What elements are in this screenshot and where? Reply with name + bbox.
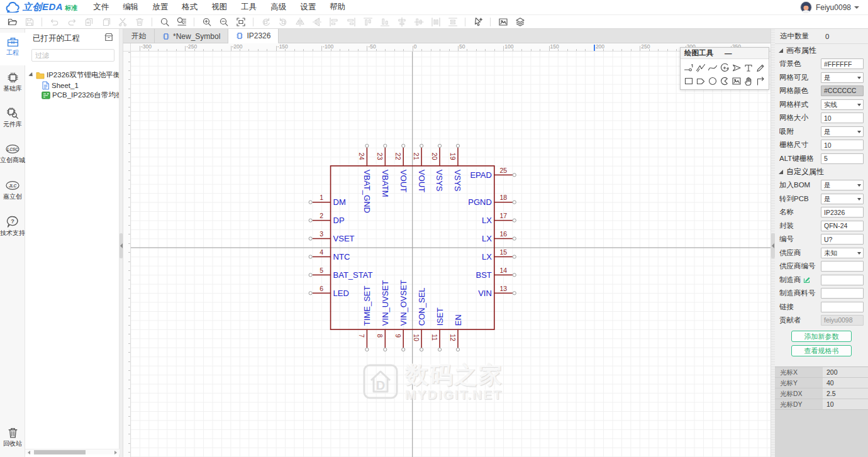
drawing-tools-titlebar[interactable]: 绘图工具 —	[681, 48, 769, 59]
grid-pitch-input[interactable]	[821, 140, 864, 150]
layers-icon[interactable]	[514, 16, 526, 28]
project-panel-hscrollbar[interactable]	[25, 449, 120, 454]
sidebar-item-recycle-bin[interactable]: 回收站	[0, 424, 25, 456]
sidebar-item-parts-lib[interactable]: 元件库	[0, 104, 25, 137]
pin-10[interactable]: 10CON_SEL	[413, 287, 426, 351]
cursor-wand-icon[interactable]	[472, 16, 484, 28]
sidebar-item-project[interactable]: 工程	[0, 33, 25, 65]
bg-color-input[interactable]	[821, 58, 864, 69]
ellipse-tool-icon[interactable]	[706, 74, 718, 87]
pin-12[interactable]: 12EN	[449, 314, 463, 351]
pin-8[interactable]: 8VIN_UVSET	[376, 280, 390, 351]
minimize-icon[interactable]: —	[725, 50, 765, 57]
pin-6[interactable]: 6LED	[309, 285, 349, 298]
zoom-out-icon[interactable]	[218, 16, 230, 28]
scrollbar-thumb[interactable]	[34, 450, 86, 454]
pin-4[interactable]: 4NTC	[309, 248, 350, 262]
menu-item-7[interactable]: 设置	[293, 0, 323, 14]
filter-input[interactable]	[31, 49, 114, 62]
pin-18[interactable]: 18PGND	[468, 194, 516, 207]
menu-item-4[interactable]: 视图	[204, 0, 234, 14]
leader-tool-icon[interactable]	[754, 74, 766, 87]
edit-green-icon[interactable]	[803, 277, 810, 284]
supplier-select[interactable]: 未知	[821, 248, 864, 258]
left-splitter-handle[interactable]	[120, 233, 123, 258]
pin-23[interactable]: 23VBATM	[376, 144, 389, 197]
snap-select[interactable]: 是	[821, 126, 864, 137]
scroll-left-icon[interactable]	[28, 451, 30, 454]
pin-9[interactable]: 9VIN_OVSET	[394, 280, 408, 351]
rect-tool-icon[interactable]	[682, 74, 694, 87]
arc-tool-icon[interactable]	[718, 61, 730, 74]
link-input[interactable]	[821, 302, 864, 312]
user-menu[interactable]: Feiyu0098	[800, 1, 868, 13]
zoom-in-icon[interactable]	[201, 16, 213, 28]
tree-expand-icon[interactable]	[28, 72, 34, 78]
section-expanded-icon[interactable]	[779, 48, 783, 53]
grid-size-input[interactable]	[821, 113, 864, 123]
to-pcb-select[interactable]: 是	[821, 194, 864, 204]
add-param-button[interactable]: 添加新参数	[791, 331, 852, 342]
pin-21[interactable]: 21VOUT	[413, 144, 426, 192]
manufacturer-input[interactable]	[821, 275, 864, 285]
view-datasheet-button[interactable]: 查看规格书	[791, 345, 852, 356]
search-icon[interactable]	[159, 16, 171, 28]
pin-7[interactable]: 7TIME_SET	[358, 286, 372, 351]
pin-24[interactable]: 24VBAT_GND	[358, 144, 371, 213]
pencil-tool-icon[interactable]	[754, 61, 766, 74]
ip2326-symbol[interactable]: 1DM2DP3VSET4NTC5BAT_STAT6LED25EPAD18PGND…	[131, 52, 771, 457]
package-input[interactable]	[821, 221, 864, 231]
schematic-canvas[interactable]: 1DM2DP3VSET4NTC5BAT_STAT6LED25EPAD18PGND…	[131, 52, 771, 457]
pin-16[interactable]: 16LX	[482, 230, 516, 243]
pin-1[interactable]: 1DM	[309, 194, 346, 207]
pin-25[interactable]: 25EPAD	[470, 167, 516, 180]
wire-tool-icon[interactable]	[694, 61, 706, 74]
add-bom-select[interactable]: 是	[821, 180, 864, 190]
grid-color-swatch[interactable]: #CCCCCC	[821, 85, 864, 96]
right-splitter[interactable]	[771, 29, 775, 457]
zoom-fit-icon[interactable]	[235, 16, 247, 28]
supplier-part-input[interactable]	[821, 261, 864, 272]
menu-item-8[interactable]: 帮助	[323, 0, 352, 14]
pin-19[interactable]: 19VSYS	[449, 144, 462, 192]
tab-start[interactable]: 开始	[123, 29, 155, 43]
export-image-icon[interactable]	[497, 16, 509, 28]
pin-13[interactable]: 13VIN	[478, 285, 516, 298]
pie-arc-tool-icon[interactable]	[718, 74, 730, 87]
manufacturer-part-input[interactable]	[821, 288, 864, 299]
menu-item-1[interactable]: 编辑	[116, 0, 145, 14]
tree-item-sheet[interactable]: Sheet_1	[25, 80, 119, 90]
drag-hand-tool-icon[interactable]	[742, 74, 754, 87]
section-header-0[interactable]: 画布属性	[775, 44, 868, 57]
pin-15[interactable]: 15LX	[482, 248, 516, 262]
tab-new-symbol[interactable]: *New_Symbol	[155, 29, 228, 43]
grid-visible-select[interactable]: 是	[821, 72, 864, 83]
menu-item-2[interactable]: 放置	[145, 0, 175, 14]
open-project-box-icon[interactable]	[104, 32, 114, 45]
pin-3[interactable]: 3VSET	[309, 230, 355, 243]
sidebar-item-support[interactable]: ?技术支持	[0, 213, 25, 246]
section-expanded-icon[interactable]	[779, 170, 783, 174]
menu-item-6[interactable]: 高级	[264, 0, 293, 14]
pin-tool-icon[interactable]	[682, 61, 694, 74]
pin-14[interactable]: 14BST	[476, 267, 516, 280]
scroll-right-icon[interactable]	[114, 451, 117, 454]
section-header-1[interactable]: 自定义属性	[775, 165, 868, 179]
grid-style-select[interactable]: 实线	[821, 99, 864, 110]
bezier-tool-icon[interactable]	[706, 61, 718, 74]
arrow-tool-icon[interactable]	[730, 61, 742, 74]
designator-input[interactable]	[821, 234, 864, 245]
pin-17[interactable]: 17LX	[482, 212, 516, 225]
tree-item-project-folder[interactable]: IP2326双节锂电池平衡充电模块 -	[25, 70, 119, 80]
name-input[interactable]	[821, 207, 864, 217]
pin-2[interactable]: 2DP	[309, 212, 345, 225]
find-similar-icon[interactable]	[175, 16, 188, 28]
sidebar-item-jlc[interactable]: JLC嘉立创	[0, 177, 25, 209]
polygon-tool-icon[interactable]	[694, 74, 706, 87]
pin-5[interactable]: 5BAT_STAT	[309, 267, 372, 280]
image-tool-icon[interactable]	[730, 74, 742, 87]
sidebar-item-base-lib[interactable]: 基础库	[0, 69, 25, 101]
sidebar-item-lcsc-mall[interactable]: LCSC立创商城	[0, 140, 25, 173]
menu-item-3[interactable]: 格式	[175, 0, 204, 14]
menu-item-5[interactable]: 工具	[234, 0, 264, 14]
